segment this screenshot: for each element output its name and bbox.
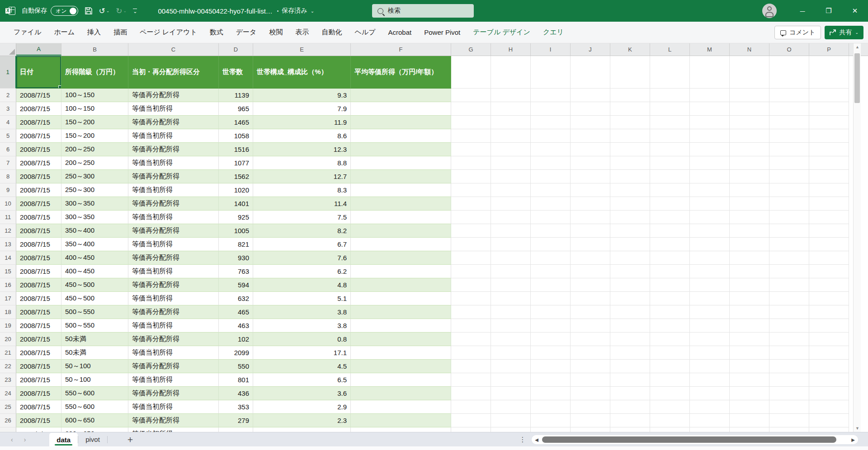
empty-cell-M20[interactable] [690, 333, 730, 346]
empty-cell-H7[interactable] [491, 156, 531, 170]
empty-cell-M23[interactable] [690, 373, 730, 387]
cell-avg-income-F27[interactable] [351, 427, 451, 432]
row-header-5[interactable]: 5 [0, 129, 16, 143]
empty-cell-J26[interactable] [571, 414, 610, 427]
empty-cell-J19[interactable] [571, 319, 610, 333]
cell-date-A4[interactable]: 2008/7/15 [16, 116, 61, 129]
empty-cell-N25[interactable] [730, 400, 769, 414]
empty-cell-P26[interactable] [809, 414, 849, 427]
empty-cell-P8[interactable] [809, 170, 849, 183]
empty-cell-N16[interactable] [730, 278, 769, 292]
empty-cell-M5[interactable] [690, 129, 730, 143]
empty-cell-H2[interactable] [491, 89, 531, 102]
row-header-1[interactable]: 1 [0, 56, 16, 89]
empty-cell-H12[interactable] [491, 224, 531, 238]
empty-cell-J23[interactable] [571, 373, 610, 387]
ribbon-tab-ヘルプ[interactable]: ヘルプ [348, 24, 382, 40]
empty-cell-K13[interactable] [610, 238, 650, 251]
cell-households-D24[interactable]: 436 [219, 387, 253, 400]
row-header-27[interactable]: 27 [0, 427, 16, 432]
cell-avg-income-F25[interactable] [351, 400, 451, 414]
empty-cell-P10[interactable] [809, 197, 849, 211]
cell-households-D18[interactable]: 465 [219, 305, 253, 319]
cell-income-class-B2[interactable]: 100～150 [61, 89, 128, 102]
cell-pct-E11[interactable]: 7.5 [253, 211, 351, 224]
empty-cell-H22[interactable] [491, 360, 531, 373]
cell-pct-E7[interactable]: 8.8 [253, 156, 351, 170]
cell-pct-E15[interactable]: 6.2 [253, 265, 351, 278]
save-status[interactable]: • 保存済み ⌄ [277, 7, 314, 15]
empty-cell-O23[interactable] [769, 373, 809, 387]
empty-cell-G8[interactable] [451, 170, 491, 183]
empty-cell-P23[interactable] [809, 373, 849, 387]
quick-access-collapse-icon[interactable]: ⌄ [133, 9, 137, 14]
add-sheet-button[interactable]: ＋ [126, 433, 135, 445]
empty-cell-M17[interactable] [690, 292, 730, 305]
empty-cell-N5[interactable] [730, 129, 769, 143]
cell-avg-income-F8[interactable] [351, 170, 451, 183]
cell-income-class-B15[interactable]: 400～450 [61, 265, 128, 278]
cell-pct-E6[interactable]: 12.3 [253, 143, 351, 156]
empty-cell-G6[interactable] [451, 143, 491, 156]
empty-cell-J27[interactable] [571, 427, 610, 432]
empty-cell-O9[interactable] [769, 183, 809, 197]
empty-cell-K2[interactable] [610, 89, 650, 102]
row-header-21[interactable]: 21 [0, 346, 16, 360]
empty-cell-K10[interactable] [610, 197, 650, 211]
empty-cell-O14[interactable] [769, 251, 809, 265]
empty-cell-J14[interactable] [571, 251, 610, 265]
empty-cell-L4[interactable] [650, 116, 690, 129]
empty-cell-G23[interactable] [451, 373, 491, 387]
cell-income-class-B17[interactable]: 450～500 [61, 292, 128, 305]
empty-cell-J22[interactable] [571, 360, 610, 373]
empty-cell-J25[interactable] [571, 400, 610, 414]
empty-cell-N3[interactable] [730, 102, 769, 116]
empty-cell-M26[interactable] [690, 414, 730, 427]
empty-cell-L19[interactable] [650, 319, 690, 333]
empty-cell-N22[interactable] [730, 360, 769, 373]
empty-cell-G18[interactable] [451, 305, 491, 319]
row-header-17[interactable]: 17 [0, 292, 16, 305]
empty-cell-I1[interactable] [531, 56, 571, 89]
empty-cell-P3[interactable] [809, 102, 849, 116]
empty-cell-I6[interactable] [531, 143, 571, 156]
empty-cell-P2[interactable] [809, 89, 849, 102]
empty-cell-H4[interactable] [491, 116, 531, 129]
empty-cell-G2[interactable] [451, 89, 491, 102]
empty-cell-K19[interactable] [610, 319, 650, 333]
cell-pct-E17[interactable]: 5.1 [253, 292, 351, 305]
empty-cell-M3[interactable] [690, 102, 730, 116]
empty-cell-L26[interactable] [650, 414, 690, 427]
cell-households-D21[interactable]: 2099 [219, 346, 253, 360]
empty-cell-H3[interactable] [491, 102, 531, 116]
cell-households-D13[interactable]: 821 [219, 238, 253, 251]
column-header-J[interactable]: J [571, 43, 610, 56]
empty-cell-I20[interactable] [531, 333, 571, 346]
empty-cell-M1[interactable] [690, 56, 730, 89]
empty-cell-L11[interactable] [650, 211, 690, 224]
cell-avg-income-F10[interactable] [351, 197, 451, 211]
empty-cell-I8[interactable] [531, 170, 571, 183]
empty-cell-J11[interactable] [571, 211, 610, 224]
row-header-9[interactable]: 9 [0, 183, 16, 197]
restore-button[interactable]: ❐ [816, 0, 842, 22]
empty-cell-I10[interactable] [531, 197, 571, 211]
empty-cell-H13[interactable] [491, 238, 531, 251]
empty-cell-J18[interactable] [571, 305, 610, 319]
empty-cell-N17[interactable] [730, 292, 769, 305]
empty-cell-L14[interactable] [650, 251, 690, 265]
share-button[interactable]: 共有 ⌄ [825, 26, 863, 39]
row-header-2[interactable]: 2 [0, 89, 16, 102]
empty-cell-H14[interactable] [491, 251, 531, 265]
cell-category-C19[interactable]: 等価当初所得 [128, 319, 219, 333]
empty-cell-L6[interactable] [650, 143, 690, 156]
empty-cell-J15[interactable] [571, 265, 610, 278]
empty-cell-H20[interactable] [491, 333, 531, 346]
empty-cell-G27[interactable] [451, 427, 491, 432]
empty-cell-I2[interactable] [531, 89, 571, 102]
empty-cell-J16[interactable] [571, 278, 610, 292]
empty-cell-M21[interactable] [690, 346, 730, 360]
empty-cell-O2[interactable] [769, 89, 809, 102]
empty-cell-I19[interactable] [531, 319, 571, 333]
undo-button[interactable]: ↺⌄ [99, 7, 110, 15]
